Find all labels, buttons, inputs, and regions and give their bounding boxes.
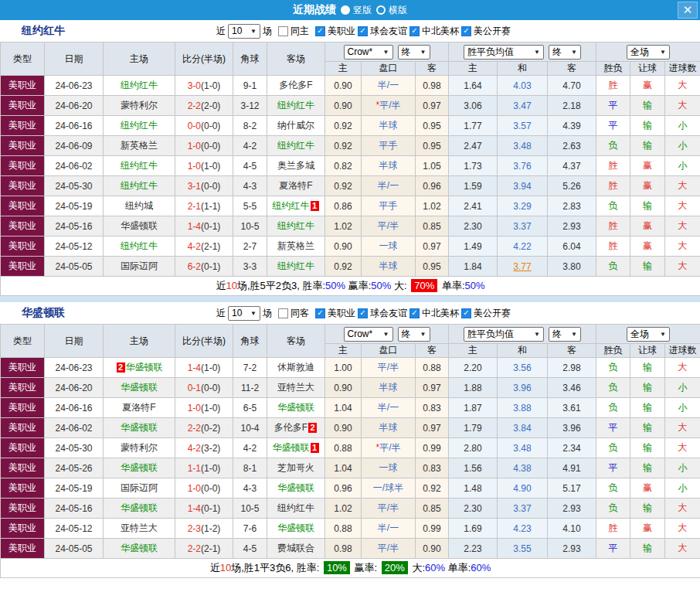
ah-home-odds: 1.00 bbox=[334, 362, 352, 373]
home-team-cell: 夏洛特F bbox=[104, 398, 175, 418]
ah-home-odds-cell: 0.96 bbox=[325, 478, 362, 499]
close-button[interactable]: ✕ bbox=[678, 2, 698, 19]
league-text: 美职业 bbox=[8, 402, 36, 413]
date-text: 24-05-05 bbox=[55, 543, 92, 554]
league-text: 美职业 bbox=[8, 462, 36, 473]
ah-final-select[interactable]: 终 ▼ bbox=[398, 45, 430, 60]
match-row: 美职业24-06-232华盛顿联1-4(1-0)7-2休斯敦迪1.00平/半0.… bbox=[1, 358, 700, 378]
handicap-text: 半/一 bbox=[378, 402, 399, 413]
match-row: 美职业24-05-16华盛顿联1-4(0-1)10-5纽约红牛1.02平/半0.… bbox=[1, 499, 700, 519]
eu-away-odds-cell: 4.70 bbox=[548, 76, 596, 96]
match-count-select[interactable]: 10 ▼ bbox=[228, 24, 260, 39]
match-count-select[interactable]: 10 ▼ bbox=[228, 306, 260, 321]
same-venue-checkbox[interactable] bbox=[278, 308, 288, 318]
eu-away-odds: 2.18 bbox=[562, 100, 580, 111]
eu-home-odds: 2.23 bbox=[464, 543, 481, 554]
result-text: 负 bbox=[609, 482, 618, 493]
goals-result-text: 大 bbox=[678, 422, 688, 433]
ah-away-odds-cell: 1.05 bbox=[416, 156, 449, 176]
ah-away-odds-cell: 0.97 bbox=[416, 378, 449, 398]
eu-away-odds: 6.04 bbox=[562, 241, 580, 252]
handicap-result-text: 输 bbox=[643, 120, 652, 131]
handicap-text: 平/半 bbox=[378, 543, 399, 553]
eu-final-select[interactable]: 终 ▼ bbox=[549, 327, 581, 342]
league-text: 美职业 bbox=[8, 522, 36, 533]
eu-home-odds: 2.20 bbox=[464, 362, 481, 373]
league-cell: 美职业 bbox=[1, 358, 45, 378]
avg-odds-select[interactable]: 胜平负均值 ▼ bbox=[464, 327, 544, 342]
league-checkbox[interactable]: ✓ bbox=[358, 26, 368, 36]
eu-home-odds-cell: 2.30 bbox=[449, 216, 498, 237]
summary-segment: 50% bbox=[325, 280, 345, 291]
league-checkbox[interactable]: ✓ bbox=[409, 26, 420, 36]
select-value: 终 bbox=[552, 328, 562, 341]
ah-away-odds: 0.83 bbox=[423, 403, 440, 414]
bookmaker-select[interactable]: Crow* ▼ bbox=[344, 327, 393, 342]
ah-home-odds: 0.86 bbox=[334, 201, 352, 212]
scope-select[interactable]: 全场 ▼ bbox=[627, 45, 670, 60]
near-label: 近 bbox=[216, 25, 226, 38]
eu-home-odds: 1.64 bbox=[464, 80, 481, 91]
date-text: 24-05-12 bbox=[55, 523, 92, 534]
league-cell: 美职业 bbox=[1, 257, 45, 277]
goals-result-text: 小 bbox=[678, 160, 688, 171]
col-header-home: 主场 bbox=[104, 43, 175, 76]
score-cell: 2-2(0-2) bbox=[175, 418, 233, 438]
league-checkbox[interactable]: ✓ bbox=[358, 308, 368, 318]
corner-cell: 8-2 bbox=[233, 116, 267, 136]
eu-draw-odds-cell: 3.77 bbox=[498, 257, 548, 277]
layout-option-vertical[interactable]: 竖版 bbox=[341, 4, 372, 17]
handicap-cell: 半/一 bbox=[362, 519, 416, 539]
eu-final-select[interactable]: 终 ▼ bbox=[549, 45, 581, 60]
ah-final-select[interactable]: 终 ▼ bbox=[398, 327, 430, 342]
score-cell: 1-4(1-0) bbox=[175, 358, 233, 378]
date-cell: 24-05-19 bbox=[45, 196, 104, 216]
scope-select[interactable]: 全场 ▼ bbox=[627, 327, 670, 342]
match-row: 美职业24-05-16华盛顿联1-4(0-1)10-5纽约红牛1.02平/半0.… bbox=[1, 216, 700, 237]
halftime-score: (1-0) bbox=[201, 463, 220, 474]
summary-segment: 赢率: bbox=[352, 562, 380, 573]
results-table: 类型 日期 主场 比分(半场) 角球 客场 Crow* ▼ 终 ▼ bbox=[0, 324, 700, 578]
league-cell: 美职业 bbox=[1, 398, 45, 418]
eu-home-odds: 1.77 bbox=[464, 121, 481, 131]
bookmaker-select[interactable]: Crow* ▼ bbox=[344, 45, 393, 60]
team-name: 纽约红牛 bbox=[277, 140, 314, 151]
handicap-text: 半/一 bbox=[378, 522, 399, 533]
avg-odds-select[interactable]: 胜平负均值 ▼ bbox=[464, 45, 544, 60]
summary-segment: 50% bbox=[465, 280, 485, 291]
league-text: 美职业 bbox=[8, 362, 36, 373]
layout-option-horizontal[interactable]: 横版 bbox=[376, 4, 407, 17]
team-name: 华盛顿联 bbox=[121, 543, 158, 553]
league-checkbox[interactable]: ✓ bbox=[315, 26, 325, 36]
result-text: 负 bbox=[609, 382, 618, 393]
ah-away-odds-cell: 0.83 bbox=[416, 398, 449, 418]
date-text: 24-05-19 bbox=[55, 201, 92, 212]
league-checkbox[interactable]: ✓ bbox=[315, 308, 325, 318]
eu-away-odds-cell: 4.39 bbox=[548, 116, 596, 136]
summary-text: 近10场,胜5平2负3, 胜率:50% 赢率:50% 大: 70% 单率:50% bbox=[216, 280, 484, 291]
corner-text: 6-5 bbox=[243, 403, 257, 414]
score-cell: 1-4(0-1) bbox=[175, 216, 233, 237]
team-name: 费城联合 bbox=[277, 543, 314, 553]
corner-text: 8-1 bbox=[243, 463, 257, 474]
result-text: 负 bbox=[609, 140, 618, 151]
league-checkbox[interactable]: ✓ bbox=[461, 308, 471, 318]
league-checkbox[interactable]: ✓ bbox=[409, 308, 420, 318]
team-name: 华盛顿联 bbox=[277, 402, 314, 413]
league-checkbox[interactable]: ✓ bbox=[461, 26, 471, 36]
check-icon: ✓ bbox=[463, 309, 469, 317]
col-header-handicap: 盘口 bbox=[362, 344, 416, 358]
corner-cell: 4-5 bbox=[233, 156, 267, 176]
eu-draw-odds-cell: 3.48 bbox=[498, 136, 548, 156]
eu-draw-odds: 3.48 bbox=[513, 443, 531, 454]
section-filter: 华盛顿联 近 10 ▼ 场 同客 ✓美职业✓球会友谊✓中北美杯✓美公开赛 bbox=[0, 302, 700, 324]
eu-away-odds-cell: 2.98 bbox=[548, 358, 596, 378]
eu-away-odds-cell: 2.34 bbox=[548, 438, 596, 458]
fulltime-score: 1-0 bbox=[188, 483, 201, 494]
ah-away-odds: 1.05 bbox=[423, 161, 440, 172]
same-venue-checkbox[interactable] bbox=[278, 26, 288, 36]
fulltime-score: 1-4 bbox=[188, 503, 201, 514]
summary-segment: 60% bbox=[471, 562, 491, 573]
select-value: 终 bbox=[402, 46, 411, 59]
goals-result-text: 小 bbox=[678, 120, 688, 131]
